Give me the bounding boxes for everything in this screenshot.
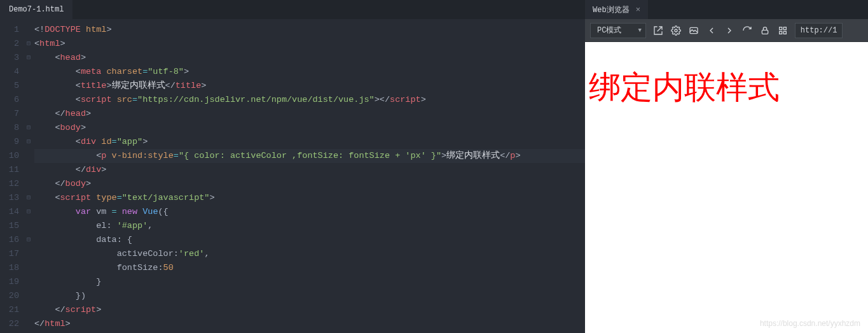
line-number: 4 bbox=[0, 65, 19, 79]
fold-spacer bbox=[24, 79, 33, 93]
mode-selector[interactable]: PC模式 ▼ bbox=[590, 23, 646, 38]
line-number: 19 bbox=[0, 275, 19, 289]
browser-toolbar: PC模式 ▼ http://1 bbox=[585, 19, 868, 42]
url-field[interactable]: http://1 bbox=[795, 23, 843, 38]
svg-point-0 bbox=[675, 29, 677, 32]
browser-pane: Web浏览器 × PC模式 ▼ http: bbox=[585, 0, 868, 333]
code-line[interactable]: </script> bbox=[34, 303, 585, 317]
code-line[interactable]: el: '#app', bbox=[34, 219, 585, 233]
code-line[interactable]: </body> bbox=[34, 177, 585, 191]
line-number: 6 bbox=[0, 93, 19, 107]
svg-rect-3 bbox=[779, 27, 782, 29]
line-number: 9 bbox=[0, 135, 19, 149]
svg-rect-4 bbox=[783, 27, 786, 29]
line-number: 16 bbox=[0, 233, 19, 247]
fold-spacer bbox=[24, 93, 33, 107]
browser-tab-label: Web浏览器 bbox=[593, 4, 630, 15]
editor-pane: Demo7-1.html 123456789101112131415161718… bbox=[0, 0, 585, 333]
svg-rect-2 bbox=[762, 30, 768, 34]
fold-toggle-icon[interactable]: ⊟ bbox=[24, 135, 33, 149]
forward-arrow-icon[interactable] bbox=[724, 25, 735, 36]
fold-toggle-icon[interactable]: ⊟ bbox=[24, 51, 33, 65]
code-line[interactable]: data: { bbox=[34, 233, 585, 247]
svg-rect-5 bbox=[779, 31, 782, 34]
fold-spacer bbox=[24, 163, 33, 177]
code-line[interactable]: </div> bbox=[34, 163, 585, 177]
line-number: 14 bbox=[0, 205, 19, 219]
chevron-down-icon: ▼ bbox=[638, 27, 641, 34]
screenshot-icon[interactable] bbox=[688, 25, 699, 36]
code-line[interactable]: </head> bbox=[34, 107, 585, 121]
code-line[interactable]: activeColor:'red', bbox=[34, 247, 585, 261]
line-number: 1 bbox=[0, 23, 19, 37]
code-line[interactable]: <html> bbox=[34, 37, 585, 51]
mode-label: PC模式 bbox=[597, 25, 621, 36]
fold-spacer bbox=[24, 107, 33, 121]
code-content[interactable]: <!DOCTYPE html><html> <head> <meta chars… bbox=[33, 23, 585, 333]
fold-spacer bbox=[24, 65, 33, 79]
rendered-output-text: 绑定内联样式 bbox=[589, 70, 868, 105]
reload-icon[interactable] bbox=[741, 25, 753, 36]
code-line[interactable]: <script src="https://cdn.jsdelivr.net/np… bbox=[34, 93, 585, 107]
fold-spacer bbox=[24, 303, 33, 317]
fold-spacer bbox=[24, 289, 33, 303]
line-number: 8 bbox=[0, 121, 19, 135]
code-line[interactable]: <script type="text/javascript"> bbox=[34, 191, 585, 205]
code-line[interactable]: <p v-bind:style="{ color: activeColor ,f… bbox=[34, 149, 585, 163]
editor-tab-bar: Demo7-1.html bbox=[0, 0, 585, 19]
fold-toggle-icon[interactable]: ⊟ bbox=[24, 233, 33, 247]
fold-toggle-icon[interactable]: ⊟ bbox=[24, 205, 33, 219]
code-line[interactable]: <title>绑定内联样式</title> bbox=[34, 79, 585, 93]
settings-gear-icon[interactable] bbox=[670, 25, 682, 36]
code-line[interactable]: <head> bbox=[34, 51, 585, 65]
code-line[interactable]: <body> bbox=[34, 121, 585, 135]
fold-toggle-icon[interactable]: ⊟ bbox=[24, 191, 33, 205]
line-number: 18 bbox=[0, 261, 19, 275]
line-number: 11 bbox=[0, 163, 19, 177]
fold-spacer bbox=[24, 275, 33, 289]
fold-spacer bbox=[24, 177, 33, 191]
code-line[interactable]: }) bbox=[34, 289, 585, 303]
back-arrow-icon[interactable] bbox=[706, 25, 717, 36]
code-area[interactable]: 12345678910111213141516171819202122 ⊟⊟⊟⊟… bbox=[0, 19, 585, 333]
line-number: 2 bbox=[0, 37, 19, 51]
browser-tab[interactable]: Web浏览器 × bbox=[585, 0, 648, 19]
close-icon[interactable]: × bbox=[636, 5, 641, 15]
line-number: 7 bbox=[0, 107, 19, 121]
line-number: 5 bbox=[0, 79, 19, 93]
code-line[interactable]: </html> bbox=[34, 317, 585, 331]
code-line[interactable]: fontSize:50 bbox=[34, 261, 585, 275]
fold-toggle-icon[interactable]: ⊟ bbox=[24, 121, 33, 135]
open-external-icon[interactable] bbox=[652, 25, 664, 36]
line-number: 21 bbox=[0, 303, 19, 317]
line-number: 22 bbox=[0, 317, 19, 331]
fold-spacer bbox=[24, 247, 33, 261]
browser-tab-bar: Web浏览器 × bbox=[585, 0, 868, 19]
grid-icon[interactable] bbox=[777, 25, 789, 36]
line-number: 3 bbox=[0, 51, 19, 65]
code-line[interactable]: <!DOCTYPE html> bbox=[34, 23, 585, 37]
line-number: 10 bbox=[0, 149, 19, 163]
code-line[interactable]: <meta charset="utf-8"> bbox=[34, 65, 585, 79]
code-line[interactable]: var vm = new Vue({ bbox=[34, 205, 585, 219]
fold-spacer bbox=[24, 261, 33, 275]
line-number: 17 bbox=[0, 247, 19, 261]
browser-viewport: 绑定内联样式 https://blog.csdn.net/yyxhzdm bbox=[585, 42, 868, 333]
fold-spacer bbox=[24, 23, 33, 37]
fold-toggle-icon[interactable]: ⊟ bbox=[24, 37, 33, 51]
line-number: 20 bbox=[0, 289, 19, 303]
fold-spacer bbox=[24, 317, 33, 331]
lock-icon[interactable] bbox=[759, 25, 771, 36]
line-number: 12 bbox=[0, 177, 19, 191]
line-number: 15 bbox=[0, 219, 19, 233]
fold-spacer bbox=[24, 149, 33, 163]
code-line[interactable]: <div id="app"> bbox=[34, 135, 585, 149]
svg-rect-6 bbox=[783, 31, 786, 34]
fold-gutter: ⊟⊟⊟⊟⊟⊟⊟ bbox=[24, 23, 33, 333]
code-line[interactable]: } bbox=[34, 275, 585, 289]
editor-tab[interactable]: Demo7-1.html bbox=[0, 0, 72, 19]
fold-spacer bbox=[24, 219, 33, 233]
line-number-gutter: 12345678910111213141516171819202122 bbox=[0, 23, 24, 333]
line-number: 13 bbox=[0, 191, 19, 205]
watermark-text: https://blog.csdn.net/yyxhzdm bbox=[760, 319, 860, 328]
